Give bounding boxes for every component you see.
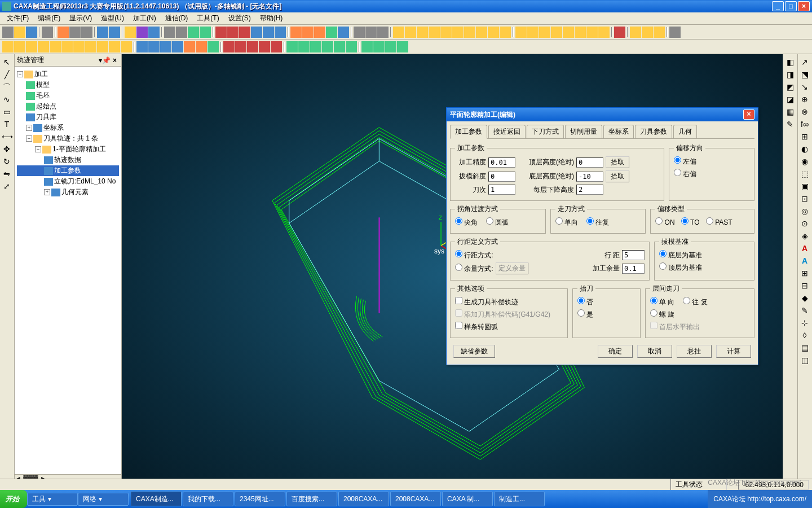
tree-origin[interactable]: 起始点 — [17, 101, 119, 112]
m2-icon[interactable] — [527, 27, 539, 38]
dim-icon[interactable]: ⟷ — [1, 131, 12, 142]
radio-sharp[interactable]: 尖角 — [455, 217, 478, 227]
arc-icon[interactable]: ⌒ — [1, 81, 12, 93]
radio-stockmode[interactable]: 余量方式: — [455, 264, 493, 274]
cut-icon[interactable] — [58, 27, 69, 38]
tree[interactable]: −加工 模型 毛坯 起始点 刀具库 +坐标系 −刀具轨迹：共 1 条 −1-平面… — [15, 67, 121, 474]
s8-icon[interactable] — [85, 41, 96, 52]
radio-topbase[interactable]: 顶层为基准 — [659, 262, 702, 273]
cb-gencomp[interactable]: 生成刀具补偿轨迹 — [455, 297, 518, 307]
dtab-approach[interactable]: 接近返回 — [488, 125, 526, 138]
task-6[interactable]: 2008CAXA... — [390, 492, 441, 506]
radio-zigzag[interactable]: 往复 — [586, 217, 609, 227]
radio-right[interactable]: 右偏 — [674, 169, 696, 179]
tree-blank[interactable]: 毛坯 — [17, 90, 119, 101]
m1-icon[interactable] — [515, 27, 527, 38]
menu-help[interactable]: 帮助(H) — [255, 12, 288, 24]
task-7[interactable]: CAXA 制... — [442, 492, 493, 506]
tree-geom[interactable]: +几何元素 — [17, 187, 119, 198]
r2-icon[interactable]: ◨ — [784, 69, 796, 80]
op2-icon[interactable] — [405, 27, 416, 38]
btn-default[interactable]: 缺省参数 — [453, 345, 495, 358]
select-icon[interactable]: ↖ — [1, 56, 12, 68]
stop-icon[interactable] — [614, 27, 625, 38]
print-icon[interactable] — [42, 27, 53, 38]
dtab-tool[interactable]: 刀具参数 — [635, 125, 672, 138]
new-icon[interactable] — [2, 27, 14, 38]
zoom6-icon[interactable] — [275, 27, 286, 38]
e3-icon[interactable] — [654, 27, 665, 38]
op1-icon[interactable] — [393, 27, 404, 38]
text-icon[interactable]: T — [1, 119, 12, 130]
view3-icon[interactable] — [314, 27, 325, 38]
menu-edit[interactable]: 编辑(E) — [33, 12, 65, 24]
radio-arc[interactable]: 圆弧 — [486, 217, 509, 227]
task-1[interactable]: CAXA制造... — [131, 492, 182, 506]
copy-icon[interactable] — [69, 27, 81, 38]
p3-icon[interactable] — [310, 41, 321, 52]
view4-icon[interactable] — [326, 27, 337, 38]
rb24-icon[interactable]: ▤ — [799, 342, 810, 353]
btn-cancel[interactable]: 取消 — [637, 345, 672, 358]
menu-view[interactable]: 显示(V) — [65, 12, 96, 24]
s1-icon[interactable] — [2, 41, 14, 52]
grid3-icon[interactable] — [377, 27, 389, 38]
radio-past[interactable]: PAST — [706, 217, 732, 226]
grid1-icon[interactable] — [354, 27, 365, 38]
view5-icon[interactable] — [338, 27, 349, 38]
input-draft[interactable] — [488, 172, 515, 182]
menu-tools[interactable]: 工具(T) — [192, 12, 223, 24]
tree-params[interactable]: 加工参数 — [17, 165, 119, 176]
m5-icon[interactable] — [563, 27, 574, 38]
tree-pin2-icon[interactable]: 📌 — [102, 56, 111, 64]
zoom3-icon[interactable] — [239, 27, 250, 38]
rb7-icon[interactable]: ⊞ — [799, 131, 810, 142]
m6-icon[interactable] — [575, 27, 586, 38]
tree-root[interactable]: −加工 — [17, 69, 119, 80]
radio-left[interactable]: 左偏 — [674, 156, 696, 167]
rb18-icon[interactable]: ⊞ — [799, 268, 810, 279]
menu-settings[interactable]: 设置(S) — [224, 12, 255, 24]
undo-icon[interactable] — [97, 27, 108, 38]
task-2[interactable]: 我的下载... — [183, 492, 233, 506]
s3-icon[interactable] — [26, 41, 37, 52]
t3-icon[interactable] — [247, 41, 258, 52]
op8-icon[interactable] — [476, 27, 487, 38]
s2-icon[interactable] — [14, 41, 25, 52]
c2-icon[interactable] — [148, 41, 160, 52]
dialog-titlebar[interactable]: 平面轮廓精加工(编辑) × — [447, 108, 758, 121]
mirror-icon[interactable]: ⇋ — [1, 168, 12, 179]
rb3-icon[interactable]: ↘ — [799, 81, 810, 93]
tree-model[interactable]: 模型 — [17, 80, 119, 90]
close-button[interactable]: × — [798, 1, 810, 11]
rb12-icon[interactable]: ⊡ — [799, 193, 810, 204]
radio-botbase[interactable]: 底层为基准 — [659, 250, 702, 260]
t2-icon[interactable] — [235, 41, 246, 52]
m3-icon[interactable] — [539, 27, 550, 38]
g3-icon[interactable] — [385, 41, 396, 52]
grid2-icon[interactable] — [365, 27, 377, 38]
tree-endmill[interactable]: 立铣刀:EdML_10 No — [17, 176, 119, 187]
rb23-icon[interactable]: ◊ — [799, 330, 810, 341]
rb6-icon[interactable]: f∞ — [799, 119, 810, 130]
rb15-icon[interactable]: ◈ — [799, 230, 810, 242]
btn-pick1[interactable]: 拾取 — [606, 156, 629, 168]
dialog-close-button[interactable]: × — [743, 110, 754, 120]
op4-icon[interactable] — [429, 27, 440, 38]
zoom-icon[interactable] — [215, 27, 227, 38]
tool2-icon[interactable] — [148, 27, 160, 38]
op7-icon[interactable] — [464, 27, 475, 38]
rb11-icon[interactable]: ▣ — [799, 181, 810, 192]
tree-close-icon[interactable]: × — [111, 56, 119, 64]
tool6-icon[interactable] — [200, 27, 211, 38]
btn-suspend[interactable]: 悬挂 — [677, 345, 712, 358]
tree-toollib[interactable]: 刀具库 — [17, 112, 119, 122]
save-icon[interactable] — [26, 27, 37, 38]
s5-icon[interactable] — [50, 41, 61, 52]
input-step[interactable] — [622, 250, 645, 260]
zoom2-icon[interactable] — [227, 27, 239, 38]
r4-icon[interactable]: ◪ — [784, 94, 796, 105]
s11-icon[interactable] — [121, 41, 132, 52]
s9-icon[interactable] — [97, 41, 108, 52]
r1-icon[interactable]: ◧ — [784, 56, 796, 68]
